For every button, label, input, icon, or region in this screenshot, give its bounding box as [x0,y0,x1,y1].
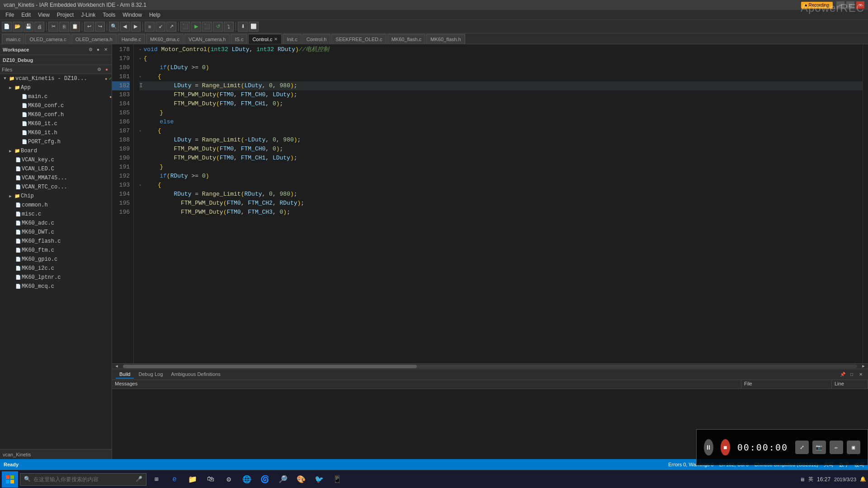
tree-item-mk60-it-h[interactable]: 📄 MK60_it.h [0,128,112,137]
recording-edit-icon[interactable]: ✏ [830,441,843,454]
tab-seekfree-oled-c[interactable]: SEEKFREE_OLED.c [331,34,386,44]
code-editor[interactable]: ▸void Motor_Control(int32 LDuty, int32 R… [134,44,863,363]
toolbar-download[interactable]: ⬇ [238,22,248,32]
taskbar-search-bar[interactable]: 🔍 🎤 [20,473,146,486]
toolbar-chip[interactable]: ⬜ [249,22,259,32]
tree-item-vcan-rtc[interactable]: 📄 VCAN_RTC_co... [0,183,112,192]
tree-item-mk60-ftm-c[interactable]: 📄 MK60_ftm.c [0,246,112,255]
recording-minimize-icon[interactable]: ▣ [847,441,860,454]
tab-main-c[interactable]: main.c [2,34,24,44]
tab-mk60-flash-h[interactable]: MK60_flash.h [426,34,465,44]
toolbar-redo[interactable]: ↪ [95,22,105,32]
toolbar-nav-back[interactable]: ◀ [120,22,130,32]
tab-vcan-camera-h[interactable]: VCAN_camera.h [184,34,230,44]
build-tab-build[interactable]: Build [116,371,134,379]
taskbar-paint-icon[interactable]: 🎨 [293,471,309,488]
build-pin-icon[interactable]: 📌 [839,371,846,378]
toolbar-find[interactable]: 🔍 [109,22,119,32]
tab-oled-camera-c[interactable]: OLED_camera.c [25,34,70,44]
taskbar-explorer-icon[interactable]: 📁 [184,471,201,488]
tree-item-mk60-conf-c[interactable]: 📄 MK60_conf.c [0,101,112,110]
taskbar-store-icon[interactable]: 🛍 [203,471,219,488]
toolbar-bookmark[interactable]: ≡ [145,22,155,32]
tree-item-board[interactable]: ▶ 📁 Board [0,146,112,155]
tab-mk60-dma-c[interactable]: MK60_dma.c [146,34,184,44]
menu-help[interactable]: Help [146,11,164,19]
taskbar-browser2-icon[interactable]: 🌀 [257,471,273,488]
build-tab-ambiguous[interactable]: Ambiguous Definitions [167,371,224,379]
tree-item-vcan-key-c[interactable]: 📄 VCAN_key.c [0,155,112,164]
toolbar-save[interactable]: 💾 [24,22,33,32]
tree-item-mk60-it-c[interactable]: 📄 MK60_it.c [0,119,112,128]
taskbar-browser-icon[interactable]: 🌐 [239,471,255,488]
toolbar-step-out[interactable]: ↗ [166,22,176,32]
taskbar-start-button[interactable] [2,471,18,488]
tree-item-mk60-mcq-c[interactable]: 📄 MK60_mcq.c [0,282,112,291]
tab-is-c[interactable]: IS.c [231,34,247,44]
tree-item-mk60-flash-c[interactable]: 📄 MK60_flash.c [0,237,112,246]
tree-item-mk60-lptnr-c[interactable]: 📄 MK60_lptnr.c [0,273,112,282]
recording-stop-button[interactable]: ■ [721,439,730,455]
taskbar-notification-icon[interactable]: 🔔 [860,476,866,482]
tree-item-mk60-conf-h[interactable]: 📄 MK60_conf.h [0,110,112,119]
menu-file[interactable]: File [2,11,18,19]
tab-oled-camera-h[interactable]: OLED_camera.h [71,34,117,44]
h-scrollbar[interactable]: ◀ ▶ [112,363,868,369]
tab-control-c[interactable]: Control.c✕ [248,34,282,44]
tree-item-mk60-i2c-c[interactable]: 📄 MK60_i2c.c [0,264,112,273]
menu-edit[interactable]: Edit [18,11,34,19]
menu-project[interactable]: Project [53,11,77,19]
tab-handle-c[interactable]: Handle.c [118,34,145,44]
scrollbar-thumb[interactable] [123,365,417,368]
build-close-icon[interactable]: ✕ [857,371,864,378]
taskbar-edge-icon[interactable]: e [166,471,183,488]
toolbar-print[interactable]: 🖨 [34,22,44,32]
toolbar-step-over[interactable]: ⤵ [224,22,234,32]
toolbar-cut[interactable]: ✂ [48,22,58,32]
build-float-icon[interactable]: □ [848,371,855,378]
tab-control-h[interactable]: Control.h [302,34,331,44]
taskbar-app5-icon[interactable]: ⚙ [221,471,237,488]
recording-pause-button[interactable]: ⏸ [704,439,713,455]
tab-mk60-flash-c[interactable]: MK60_flash.c [387,34,426,44]
menu-window[interactable]: Window [119,11,146,19]
tree-item-mk60-adc-c[interactable]: 📄 MK60_adc.c [0,219,112,228]
editor-content[interactable]: 178 179 180 181 182 183 184 185 186 187 … [112,44,868,363]
files-settings-icon[interactable]: ⚙ [96,66,102,73]
toolbar-undo[interactable]: ↩ [84,22,94,32]
toolbar-new[interactable]: 📄 [2,22,12,32]
menu-tools[interactable]: Tools [99,11,119,19]
tree-item-vcan-led[interactable]: 📄 VCAN_LED.C [0,164,112,174]
tree-item-chip[interactable]: ▶ 📁 Chip [0,192,112,201]
tree-item-mk60-dwt-c[interactable]: 📄 MK60_DWT.c [0,228,112,237]
tree-item-vcan-mma[interactable]: 📄 VCAN_MMA745... [0,174,112,183]
tree-item-main-c[interactable]: 📄 main.c ● [0,92,112,101]
taskbar-search2-icon[interactable]: 🔎 [275,471,291,488]
menu-view[interactable]: View [34,11,53,19]
toolbar-step-in[interactable]: ↙ [156,22,165,32]
tree-item-mk60-gpio-c[interactable]: 📄 MK60_gpio.c [0,255,112,264]
tree-item-common-h[interactable]: 📄 common.h [0,201,112,210]
toolbar-restart[interactable]: ↺ [213,22,223,32]
taskbar-task-view-icon[interactable]: ⊞ [148,471,165,488]
build-tab-debug-log[interactable]: Debug Log [135,371,166,379]
toolbar-nav-fwd[interactable]: ▶ [131,22,141,32]
taskbar-mic-icon[interactable]: 🎤 [136,476,142,483]
tree-item-app[interactable]: ▶ 📁 App [0,83,112,92]
menu-jlink[interactable]: J-Link [77,11,99,19]
recording-expand-icon[interactable]: ⤢ [795,441,809,454]
recording-camera-icon[interactable]: 📷 [812,441,826,454]
toolbar-run[interactable]: ▶ [191,22,201,32]
tree-item-port-cfg-h[interactable]: 📄 PORT_cfg.h [0,137,112,146]
tab-init-c[interactable]: Init.c [283,34,301,44]
taskbar-search-input[interactable] [33,476,133,483]
tab-close-control-c[interactable]: ✕ [274,37,278,42]
scroll-right-arrow[interactable]: ▶ [859,364,868,369]
toolbar-open[interactable]: 📂 [13,22,23,32]
toolbar-stop[interactable]: ⬛ [202,22,212,32]
toolbar-breakpoint[interactable]: ⬛ [180,22,190,32]
editor-scrollbar[interactable] [863,44,868,363]
taskbar-app10-icon[interactable]: 📱 [329,471,345,488]
scroll-left-arrow[interactable]: ◀ [112,364,121,369]
sidebar-settings-icon[interactable]: ⚙ [87,47,94,53]
